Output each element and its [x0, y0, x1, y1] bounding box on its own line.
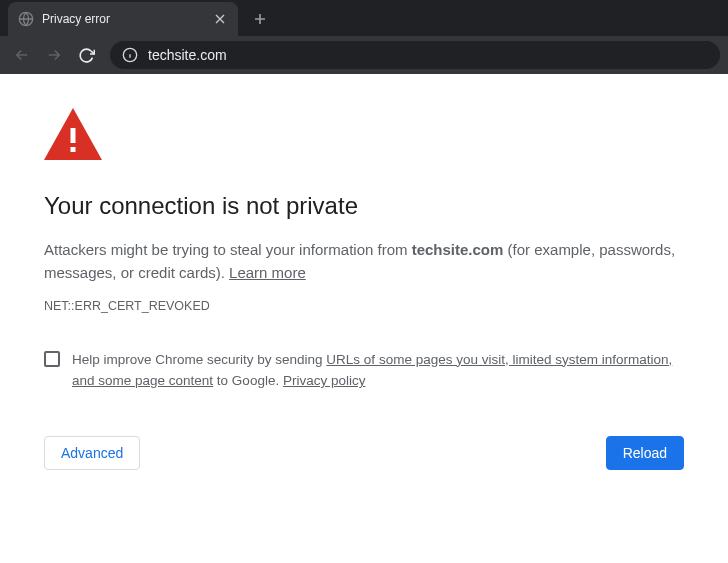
interstitial-content: Your connection is not private Attackers…: [0, 74, 728, 470]
back-button[interactable]: [8, 41, 36, 69]
warning-domain: techsite.com: [412, 241, 504, 258]
reload-button[interactable]: [72, 41, 100, 69]
privacy-policy-link[interactable]: Privacy policy: [283, 373, 366, 388]
address-bar[interactable]: techsite.com: [110, 41, 720, 69]
optin-checkbox[interactable]: [44, 351, 60, 367]
warning-description: Attackers might be trying to steal your …: [44, 238, 684, 285]
button-row: Advanced Reload: [44, 436, 684, 470]
browser-tab[interactable]: Privacy error: [8, 2, 238, 36]
close-icon[interactable]: [212, 11, 228, 27]
browser-chrome: Privacy error: [0, 0, 728, 74]
optin-text: Help improve Chrome security by sending …: [72, 349, 684, 392]
tab-title: Privacy error: [42, 12, 212, 26]
optin-row: Help improve Chrome security by sending …: [44, 349, 684, 392]
toolbar: techsite.com: [0, 36, 728, 74]
globe-icon: [18, 11, 34, 27]
learn-more-link[interactable]: Learn more: [229, 264, 306, 281]
new-tab-button[interactable]: [246, 5, 274, 33]
svg-rect-4: [71, 147, 76, 152]
info-icon[interactable]: [122, 47, 138, 63]
advanced-button[interactable]: Advanced: [44, 436, 140, 470]
page-heading: Your connection is not private: [44, 192, 684, 220]
svg-rect-3: [71, 128, 76, 143]
tab-strip: Privacy error: [0, 0, 728, 36]
error-code: NET::ERR_CERT_REVOKED: [44, 299, 684, 313]
warning-icon: [44, 108, 684, 164]
url-text: techsite.com: [148, 47, 227, 63]
reload-page-button[interactable]: Reload: [606, 436, 684, 470]
forward-button[interactable]: [40, 41, 68, 69]
